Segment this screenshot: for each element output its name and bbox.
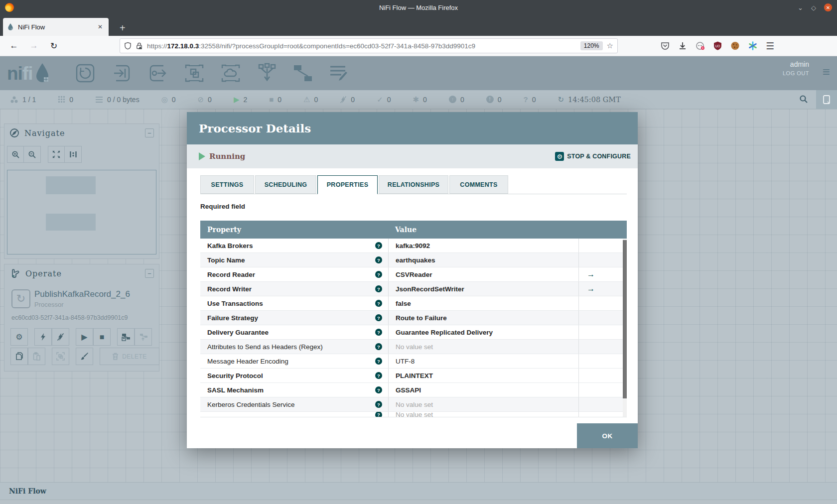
search-icon[interactable]	[799, 95, 808, 105]
table-row-partial[interactable]: ? No value set	[200, 412, 627, 417]
reload-button[interactable]: ↻	[48, 41, 60, 51]
required-field-note: Required field	[200, 203, 245, 210]
help-icon[interactable]: ?	[375, 358, 382, 365]
forward-button[interactable]: →	[28, 41, 40, 51]
table-row[interactable]: Kerberos Credentials Service? No value s…	[200, 397, 627, 412]
table-row[interactable]: Failure Strategy? Route to Failure	[200, 311, 627, 325]
url-bar[interactable]: https://172.18.0.3:32558/nifi/?processGr…	[120, 38, 618, 53]
help-icon[interactable]: ?	[375, 386, 382, 393]
configure-gear-button[interactable]: ⚙	[10, 328, 28, 346]
help-icon[interactable]: ?	[375, 285, 382, 292]
funnel-icon[interactable]	[257, 63, 278, 84]
table-row[interactable]: Attributes to Send as Headers (Regex)? N…	[200, 340, 627, 354]
help-icon[interactable]: ?	[375, 329, 382, 336]
input-port-icon[interactable]	[111, 63, 132, 84]
shield-icon[interactable]	[124, 42, 132, 50]
browser-tab[interactable]: NiFi Flow ✕	[3, 18, 109, 36]
statusbar-stale: ↑0	[449, 96, 464, 104]
zoom-in-button[interactable]	[7, 146, 24, 163]
tab-comments[interactable]: COMMENTS	[449, 175, 508, 194]
table-row[interactable]: Record Reader? CSVReader →	[200, 267, 627, 282]
label-icon[interactable]	[328, 63, 349, 84]
statusbar-refresh[interactable]: ↻ 14:45:08 GMT	[558, 95, 620, 104]
browser-navbar: ← → ↻ https://172.18.0.3:32558/nifi/?pro…	[0, 36, 837, 56]
extension-asterisk-icon[interactable]	[748, 41, 757, 50]
help-icon[interactable]: ?	[375, 343, 382, 350]
new-tab-button[interactable]: +	[116, 22, 130, 36]
stop-and-configure-button[interactable]: ⚙ STOP & CONFIGURE	[555, 152, 631, 161]
save-template-button[interactable]	[117, 328, 135, 346]
help-icon[interactable]: ?	[375, 271, 382, 278]
tab-close-icon[interactable]: ✕	[96, 22, 105, 31]
ublock-icon[interactable]: UO	[713, 41, 722, 50]
downloads-icon[interactable]	[678, 41, 687, 50]
tab-title: NiFi Flow	[18, 23, 96, 31]
table-row[interactable]: SASL Mechanism? GSSAPI	[200, 383, 627, 397]
tab-settings[interactable]: SETTINGS	[200, 175, 254, 194]
scrollbar-thumb[interactable]	[623, 240, 627, 398]
last-refresh-time: 14:45:08 GMT	[568, 96, 621, 104]
statusbar-locally-modified: ✱0	[413, 95, 427, 104]
table-row[interactable]: Record Writer? JsonRecordSetWriter →	[200, 282, 627, 296]
help-icon[interactable]: ?	[375, 300, 382, 307]
tab-scheduling[interactable]: SCHEDULING	[255, 175, 316, 194]
help-icon[interactable]: ?	[375, 372, 382, 379]
process-group-icon[interactable]	[184, 63, 205, 84]
help-icon[interactable]: ?	[375, 242, 382, 249]
back-button[interactable]: ←	[8, 41, 20, 51]
table-row[interactable]: Delivery Guarantee? Guarantee Replicated…	[200, 325, 627, 340]
template-icon[interactable]	[293, 63, 313, 83]
table-row[interactable]: Kafka Brokers? kafka:9092	[200, 239, 627, 253]
table-row[interactable]: Security Protocol? PLAINTEXT	[200, 369, 627, 383]
invalid-warning-icon: ⚠	[303, 95, 310, 104]
breadcrumb[interactable]: NiFi Flow	[9, 487, 46, 495]
table-row[interactable]: Use Transactions? false	[200, 296, 627, 311]
enable-bolt-button[interactable]	[34, 328, 52, 346]
compass-icon	[9, 128, 19, 138]
refresh-icon[interactable]: ↻	[558, 95, 564, 104]
birdseye-minimap[interactable]	[7, 170, 156, 254]
container-mask-icon[interactable]	[696, 41, 705, 50]
collapse-navigate-button[interactable]: −	[145, 128, 154, 137]
help-icon[interactable]: ?	[375, 314, 382, 321]
minimap-component	[46, 214, 96, 231]
output-port-icon[interactable]	[147, 63, 168, 84]
tab-properties[interactable]: PROPERTIES	[317, 175, 378, 194]
table-row[interactable]: Message Header Encoding? UTF-8	[200, 354, 627, 369]
nifi-statusbar: 1 / 1 0 0 / 0 bytes ◎0 ⊘0 ▶2	[0, 90, 837, 109]
window-minimize-icon[interactable]: ⌄	[798, 4, 803, 11]
zoom-actual-size-button[interactable]	[65, 146, 82, 163]
goto-service-icon[interactable]: →	[587, 270, 595, 279]
bookmark-star-icon[interactable]: ☆	[607, 41, 613, 50]
start-button[interactable]: ▶	[76, 328, 93, 346]
ok-button[interactable]: OK	[577, 423, 638, 448]
lock-warning-icon[interactable]	[136, 42, 143, 50]
remote-process-group-icon[interactable]	[220, 63, 241, 84]
logout-link[interactable]: LOG OUT	[783, 70, 809, 76]
properties-table: Property Value Kafka Brokers? kafka:9092…	[200, 221, 627, 417]
window-close-icon[interactable]: ✕	[824, 3, 832, 11]
stop-button[interactable]: ■	[93, 328, 111, 346]
zoom-level-badge[interactable]: 120%	[580, 41, 603, 50]
statusbar-disabled: 0	[340, 96, 355, 104]
table-row[interactable]: Topic Name? earthquakes	[200, 253, 627, 267]
operate-panel: Operate − ↻ PublishKafkaRecord_2_6 Proce…	[4, 264, 159, 372]
pocket-icon[interactable]	[661, 41, 670, 50]
window-restore-icon[interactable]: ◇	[811, 4, 816, 11]
collapse-operate-button[interactable]: −	[145, 269, 154, 278]
cookie-icon[interactable]	[730, 41, 740, 50]
processor-icon[interactable]	[75, 63, 96, 84]
zoom-out-button[interactable]	[24, 146, 41, 163]
browser-menu-icon[interactable]: ☰	[766, 40, 774, 52]
disable-bolt-slash-button[interactable]	[52, 328, 69, 346]
goto-service-icon[interactable]: →	[587, 284, 595, 293]
color-brush-button[interactable]	[76, 348, 93, 365]
zoom-fit-button[interactable]	[48, 146, 65, 163]
help-icon[interactable]: ?	[375, 401, 382, 408]
copy-button[interactable]	[10, 348, 28, 365]
status-history-panel-button[interactable]	[816, 90, 837, 109]
tab-relationships[interactable]: RELATIONSHIPS	[379, 175, 448, 194]
table-scrollbar[interactable]	[623, 239, 627, 417]
help-icon[interactable]: ?	[375, 256, 382, 263]
nifi-menu-icon[interactable]: ≡	[823, 65, 830, 78]
